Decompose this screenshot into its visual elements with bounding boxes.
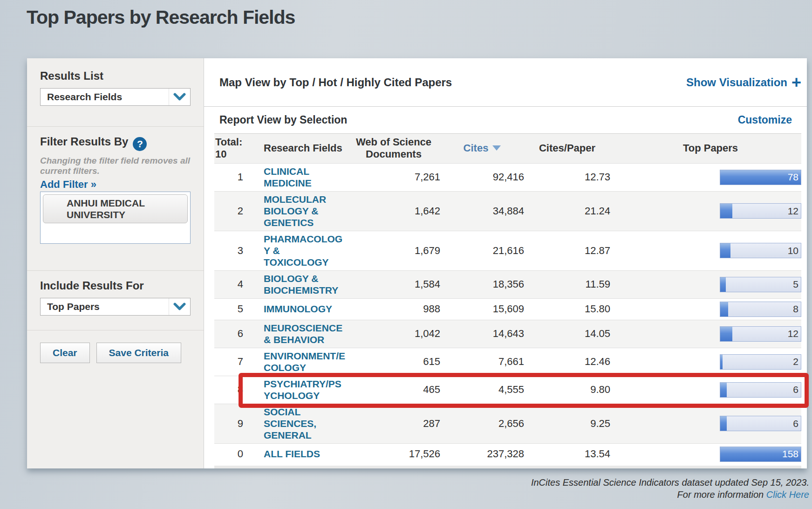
- table-body: 1 CLINICAL MEDICINE 7,261 92,416 12.73 7…: [214, 163, 801, 465]
- table-row: 4 BIOLOGY & BIOCHEMISTRY 1,584 18,356 11…: [214, 270, 801, 298]
- add-filter-link[interactable]: Add Filter »: [40, 179, 96, 190]
- report-view-title: Report View by Selection: [219, 114, 347, 126]
- results-table: Total: 10 Research Fields Web of Science…: [204, 133, 807, 465]
- wos-documents-cell: 7,261: [347, 171, 440, 183]
- cites-per-paper-cell: 14.05: [524, 328, 610, 340]
- cites-per-paper-cell: 11.59: [524, 278, 610, 290]
- wos-documents-cell: 1,584: [347, 278, 440, 290]
- research-field-link[interactable]: ENVIRONMENT/E COLOGY: [264, 350, 345, 373]
- rank-cell: 1: [214, 171, 247, 183]
- help-icon[interactable]: ?: [133, 137, 147, 151]
- top-papers-bar-fill: [720, 277, 726, 292]
- rank-cell: 5: [214, 303, 247, 315]
- cites-per-paper-cell: 9.25: [524, 418, 610, 430]
- top-papers-bar-fill: [720, 327, 732, 341]
- cites-per-paper-cell: 12.73: [524, 171, 610, 183]
- filter-item-anhui-medical-university[interactable]: ANHUI MEDICAL UNIVERSITY: [43, 194, 188, 223]
- table-row: 9 SOCIAL SCIENCES, GENERAL 287 2,656 9.2…: [214, 404, 801, 443]
- column-header-wos-documents[interactable]: Web of Science Documents: [347, 136, 440, 160]
- filter-listbox: ANHUI MEDICAL UNIVERSITY: [40, 192, 191, 244]
- top-papers-value: 8: [793, 302, 798, 316]
- wos-documents-cell: 1,042: [347, 328, 440, 340]
- cites-cell: 7,661: [440, 356, 524, 368]
- customize-button[interactable]: Customize: [738, 114, 792, 126]
- top-papers-value: 10: [788, 243, 798, 258]
- cites-per-paper-cell: 21.24: [524, 205, 610, 217]
- research-field-link[interactable]: PSYCHIATRY/PS YCHOLOGY: [264, 378, 341, 401]
- research-field-link[interactable]: CLINICAL MEDICINE: [264, 165, 312, 189]
- wos-documents-cell: 465: [347, 384, 440, 396]
- page-title: Top Papers by Research Fields: [27, 7, 295, 28]
- click-here-link[interactable]: Click Here: [766, 489, 809, 500]
- include-results-section: Include Results For Top Papers: [27, 270, 204, 330]
- cites-cell: 92,416: [440, 171, 524, 183]
- top-papers-value: 6: [793, 383, 798, 397]
- filter-note: Changing the filter field removes all cu…: [40, 156, 191, 176]
- wos-documents-cell: 287: [347, 418, 440, 430]
- clear-button[interactable]: Clear: [40, 343, 90, 363]
- content-card: Results List Research Fields Filter Resu…: [27, 58, 807, 468]
- show-visualization-button[interactable]: Show Visualization +: [686, 76, 801, 89]
- top-papers-bar: 8: [720, 302, 801, 317]
- research-field-link[interactable]: ALL FIELDS: [264, 448, 320, 460]
- top-papers-value: 2: [793, 355, 798, 369]
- table-footer-strip: [214, 466, 801, 468]
- report-view-bar: Report View by Selection Customize: [204, 106, 807, 133]
- wos-documents-cell: 615: [347, 356, 440, 368]
- rank-cell: 9: [214, 418, 247, 430]
- wos-documents-cell: 17,526: [347, 448, 440, 460]
- table-row: 6 NEUROSCIENCE & BEHAVIOR 1,042 14,643 1…: [214, 320, 801, 348]
- table-row: 1 CLINICAL MEDICINE 7,261 92,416 12.73 7…: [214, 163, 801, 191]
- column-header-cites[interactable]: Cites: [440, 142, 524, 154]
- top-papers-bar-fill: [720, 383, 727, 397]
- top-papers-bar: 12: [720, 203, 801, 219]
- research-field-link[interactable]: PHARMACOLOG Y & TOXICOLOGY: [264, 233, 342, 268]
- column-header-research-fields[interactable]: Research Fields: [247, 142, 347, 154]
- cites-cell: 14,643: [440, 328, 524, 340]
- top-papers-bar: 5: [720, 277, 801, 292]
- column-header-top-papers[interactable]: Top Papers: [620, 142, 801, 154]
- table-row: 5 IMMUNOLOGY 988 15,609 15.80 8: [214, 298, 801, 320]
- research-field-link[interactable]: MOLECULAR BIOLOGY & GENETICS: [264, 193, 326, 228]
- cites-cell: 34,884: [440, 205, 524, 217]
- table-row: 0 ALL FIELDS 17,526 237,328 13.54 158: [214, 443, 801, 465]
- top-papers-bar: 2: [720, 354, 801, 370]
- more-information-text: For more information: [677, 489, 766, 500]
- results-list-selected-value: Research Fields: [41, 91, 169, 103]
- research-field-link[interactable]: SOCIAL SCIENCES, GENERAL: [264, 406, 316, 441]
- column-header-cites-per-paper[interactable]: Cites/Paper: [524, 142, 610, 154]
- sidebar-actions-section: Clear Save Criteria: [27, 330, 204, 468]
- cites-cell: 2,656: [440, 418, 524, 430]
- top-papers-bar: 78: [720, 170, 801, 185]
- top-papers-value: 78: [788, 170, 798, 185]
- top-papers-bar-fill: [720, 243, 730, 258]
- research-field-link[interactable]: IMMUNOLOGY: [264, 303, 332, 315]
- wos-documents-cell: 988: [347, 303, 440, 315]
- results-list-section: Results List Research Fields: [27, 58, 204, 126]
- cites-per-paper-cell: 13.54: [524, 448, 610, 460]
- rank-cell: 2: [214, 205, 247, 217]
- research-field-link[interactable]: BIOLOGY & BIOCHEMISTRY: [264, 273, 338, 296]
- chevron-down-icon: [169, 298, 190, 315]
- research-field-link[interactable]: NEUROSCIENCE & BEHAVIOR: [264, 322, 342, 345]
- top-papers-bar-fill: [720, 204, 732, 218]
- include-results-dropdown[interactable]: Top Papers: [40, 298, 191, 316]
- save-criteria-button[interactable]: Save Criteria: [96, 343, 181, 363]
- table-row: 2 MOLECULAR BIOLOGY & GENETICS 1,642 34,…: [214, 191, 801, 231]
- include-results-selected-value: Top Papers: [41, 301, 169, 312]
- rank-cell: 8: [214, 384, 247, 396]
- rank-cell: 6: [214, 328, 247, 340]
- sidebar: Results List Research Fields Filter Resu…: [27, 58, 204, 468]
- top-papers-bar-fill: [720, 355, 723, 369]
- map-view-bar: Map View by Top / Hot / Highly Cited Pap…: [204, 58, 807, 106]
- main-panel: Map View by Top / Hot / Highly Cited Pap…: [204, 58, 807, 468]
- rank-cell: 4: [214, 278, 247, 290]
- top-papers-bar: 6: [720, 416, 801, 431]
- dataset-updated-text: InCites Essential Science Indicators dat…: [531, 476, 809, 488]
- include-results-heading: Include Results For: [40, 279, 191, 292]
- results-list-dropdown[interactable]: Research Fields: [40, 88, 191, 106]
- wos-documents-cell: 1,642: [347, 205, 440, 217]
- map-view-title: Map View by Top / Hot / Highly Cited Pap…: [219, 76, 452, 89]
- rank-cell: 0: [214, 448, 247, 460]
- show-visualization-label: Show Visualization: [686, 76, 787, 89]
